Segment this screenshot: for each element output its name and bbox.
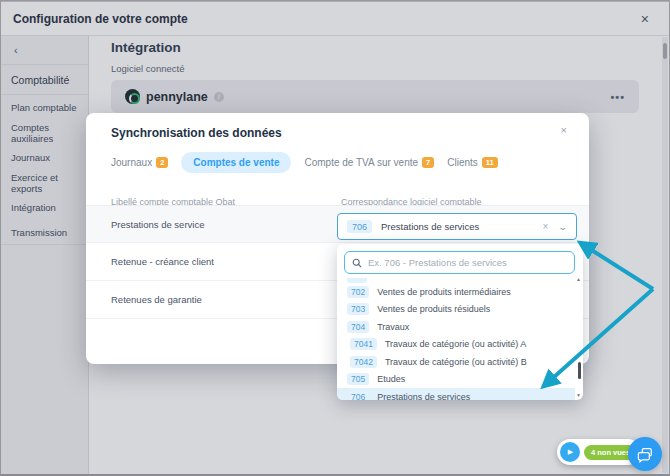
row-label-retenue-creance: Retenue - créance client bbox=[111, 256, 214, 267]
selected-code-badge: 706 bbox=[347, 220, 372, 233]
option-7042[interactable]: 7042 Travaux de catégorie (ou activité) … bbox=[337, 353, 575, 371]
option-704[interactable]: 704 Travaux bbox=[337, 318, 575, 336]
option-7041[interactable]: 7041 Travaux de catégorie (ou activité) … bbox=[337, 336, 575, 354]
modal-close-icon[interactable]: × bbox=[561, 124, 567, 136]
dropdown-scroll-up-icon[interactable]: ▲ bbox=[576, 276, 581, 282]
tab-journaux[interactable]: Journaux 2 bbox=[111, 157, 168, 168]
account-select[interactable]: 706 Prestations de services × ⌄ bbox=[337, 213, 577, 240]
account-dropdown: 702 Ventes de produits intermédiaires 70… bbox=[337, 244, 583, 400]
chevron-down-icon[interactable]: ⌄ bbox=[558, 222, 569, 232]
chat-button[interactable] bbox=[628, 437, 662, 471]
dropdown-scroll-down-icon[interactable]: ▼ bbox=[576, 392, 581, 398]
search-icon bbox=[352, 258, 362, 268]
row-label-prestations: Prestations de service bbox=[111, 219, 204, 230]
tab-clients-badge: 11 bbox=[482, 157, 498, 168]
tab-clients[interactable]: Clients 11 bbox=[447, 157, 498, 168]
chat-icon bbox=[636, 445, 654, 463]
dropdown-search[interactable] bbox=[344, 251, 575, 274]
option-702[interactable]: 702 Ventes de produits intermédiaires bbox=[337, 283, 575, 301]
app-window: Configuration de votre compte × ‹ Compta… bbox=[0, 0, 670, 476]
modal-title: Synchronisation des données bbox=[111, 126, 282, 140]
tab-journaux-badge: 2 bbox=[156, 157, 168, 168]
play-icon[interactable]: ▶ bbox=[560, 442, 580, 462]
clear-icon[interactable]: × bbox=[543, 221, 549, 232]
option-705[interactable]: 705 Etudes bbox=[337, 371, 575, 389]
search-input[interactable] bbox=[368, 257, 567, 268]
selected-value: Prestations de services bbox=[381, 221, 479, 232]
dropdown-scrollbar-thumb[interactable] bbox=[578, 362, 581, 379]
tab-comptes-de-vente[interactable]: Comptes de vente bbox=[181, 152, 291, 173]
option-703[interactable]: 703 Ventes de produits résiduels bbox=[337, 301, 575, 319]
options-list: 702 Ventes de produits intermédiaires 70… bbox=[337, 278, 575, 400]
tab-compte-tva-vente[interactable]: Compte de TVA sur vente 7 bbox=[304, 157, 434, 168]
tab-tva-badge: 7 bbox=[422, 157, 434, 168]
row-label-retenues-garantie: Retenues de garantie bbox=[111, 294, 202, 305]
option-706[interactable]: 706 Prestations de services bbox=[337, 388, 575, 400]
modal-tabs: Journaux 2 Comptes de vente Compte de TV… bbox=[111, 152, 498, 173]
